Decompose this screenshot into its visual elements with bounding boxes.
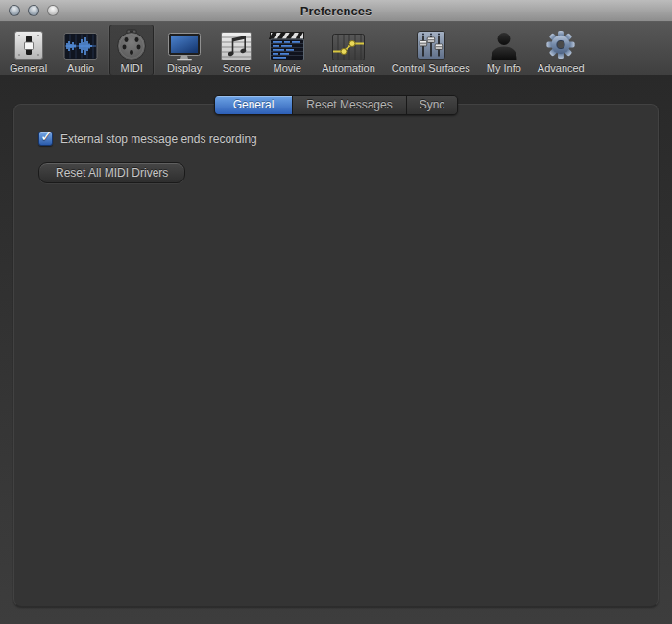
toolbar-item-label: Automation: [322, 62, 375, 74]
toolbar-item-label: General: [10, 62, 47, 74]
close-button[interactable]: [9, 5, 20, 16]
toolbar-item-control-surfaces[interactable]: Control Surfaces: [387, 25, 475, 75]
my-info-icon: [489, 28, 519, 61]
toolbar-item-label: Score: [223, 62, 251, 74]
toolbar-item-audio[interactable]: Audio: [59, 25, 103, 75]
toolbar-item-label: Movie: [273, 62, 300, 74]
minimize-button[interactable]: [28, 5, 39, 16]
tab-sync[interactable]: Sync: [407, 96, 457, 114]
tab-general[interactable]: General: [215, 96, 293, 114]
midi-general-pane: ✓ External stop message ends recording R…: [13, 104, 659, 607]
toolbar-item-score[interactable]: Score: [215, 25, 257, 75]
score-icon: [220, 28, 252, 61]
toolbar-item-label: Display: [167, 62, 202, 74]
toolbar-item-general[interactable]: General: [5, 25, 52, 75]
toolbar-item-automation[interactable]: Automation: [317, 25, 380, 75]
toolbar-item-label: My Info: [487, 62, 521, 74]
toolbar-item-advanced[interactable]: Advanced: [533, 25, 589, 75]
checkbox-label: External stop message ends recording: [60, 132, 257, 146]
external-stop-checkbox-row[interactable]: ✓ External stop message ends recording: [38, 132, 658, 146]
preferences-toolbar: General Audio: [0, 22, 672, 79]
checkbox-checked-icon[interactable]: ✓: [38, 132, 53, 146]
zoom-button[interactable]: [47, 5, 59, 16]
toolbar-item-label: MIDI: [121, 62, 143, 74]
automation-icon: [331, 28, 366, 61]
audio-icon: [63, 28, 98, 61]
titlebar: Preferences: [0, 0, 672, 22]
toolbar-item-label: Advanced: [538, 62, 585, 74]
advanced-icon: [543, 28, 578, 61]
control-surfaces-icon: [415, 28, 447, 61]
window-title: Preferences: [300, 4, 372, 18]
preferences-window: Preferences General: [0, 0, 672, 624]
checkmark-icon: ✓: [40, 128, 53, 145]
midi-icon: [114, 28, 149, 61]
preferences-content: ✓ External stop message ends recording R…: [0, 75, 672, 624]
reset-all-midi-drivers-button[interactable]: Reset All MIDI Drivers: [38, 162, 185, 183]
traffic-lights: [9, 0, 59, 21]
toolbar-item-movie[interactable]: Movie: [264, 25, 310, 75]
toolbar-item-label: Audio: [67, 62, 94, 74]
general-icon: [12, 28, 45, 61]
toolbar-item-midi[interactable]: MIDI: [109, 25, 154, 75]
toolbar-item-display[interactable]: Display: [160, 25, 208, 75]
toolbar-item-label: Control Surfaces: [392, 62, 470, 74]
display-icon: [165, 28, 204, 61]
tab-reset-messages[interactable]: Reset Messages: [293, 96, 407, 114]
movie-icon: [269, 28, 305, 61]
midi-tab-bar: General Reset Messages Sync: [214, 95, 458, 115]
toolbar-item-my-info[interactable]: My Info: [482, 25, 526, 75]
